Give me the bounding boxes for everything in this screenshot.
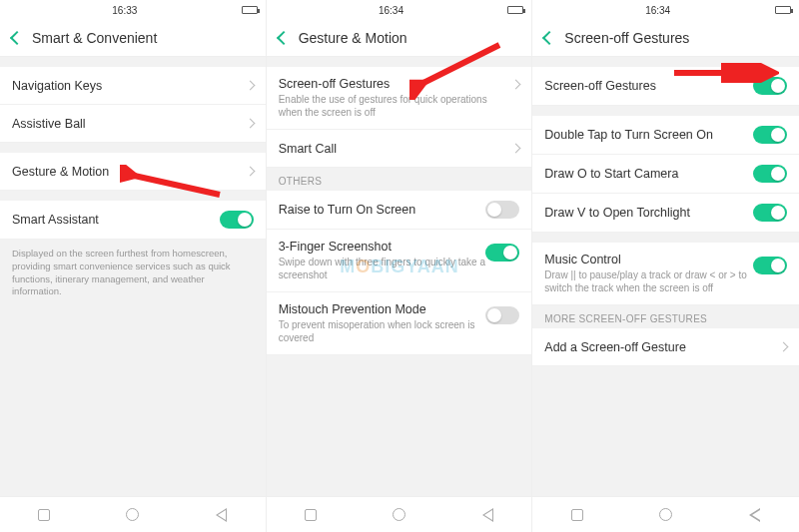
row-label: Navigation Keys [12, 79, 241, 93]
nav-back-icon[interactable] [213, 507, 229, 523]
row-label: Screen-off Gestures [544, 79, 753, 93]
row-label: Double Tap to Turn Screen On [544, 128, 753, 142]
row-sublabel: Enable the use of gestures for quick ope… [279, 94, 507, 119]
page-title: Gesture & Motion [299, 30, 407, 46]
page-title: Smart & Convenient [32, 30, 157, 46]
row-add-gesture[interactable]: Add a Screen-off Gesture [532, 328, 799, 366]
battery-icon [242, 6, 258, 14]
nav-home-icon[interactable] [391, 507, 406, 523]
status-time: 16:33 [112, 5, 137, 16]
header: Gesture & Motion [267, 20, 532, 57]
navbar [0, 496, 266, 532]
back-icon[interactable] [542, 31, 556, 45]
row-3-finger-screenshot[interactable]: 3-Finger Screenshot Swipe down with thre… [267, 230, 532, 292]
status-bar: 16:34 [267, 0, 532, 20]
toggle-draw-o[interactable] [753, 165, 787, 183]
nav-home-icon[interactable] [658, 507, 674, 523]
row-assistive-ball[interactable]: Assistive Ball [0, 105, 266, 143]
row-label: Smart Assistant [12, 213, 220, 227]
row-smart-assistant[interactable]: Smart Assistant [0, 201, 266, 240]
row-main-toggle[interactable]: Screen-off Gestures [532, 67, 799, 106]
screen-smart-convenient: 16:33 Smart & Convenient Navigation Keys… [0, 0, 267, 532]
navbar [532, 496, 799, 532]
toggle-3finger[interactable] [485, 244, 519, 262]
row-sublabel: Swipe down with three fingers to quickly… [279, 257, 486, 281]
row-label: Draw O to Start Camera [544, 167, 753, 181]
back-icon[interactable] [10, 31, 24, 45]
section-header-others: OTHERS [267, 168, 532, 191]
row-music-control[interactable]: Music Control Draw || to pause/play a tr… [532, 243, 799, 305]
row-double-tap[interactable]: Double Tap to Turn Screen On [532, 116, 799, 155]
chevron-right-icon [511, 80, 521, 90]
header: Smart & Convenient [0, 20, 266, 57]
row-label: Music Control [544, 253, 753, 266]
row-sublabel: Draw || to pause/play a track or draw < … [544, 269, 753, 294]
toggle-draw-v[interactable] [753, 204, 787, 222]
screen-offgestures: 16:34 Screen-off Gestures Screen-off Ges… [532, 0, 799, 532]
chevron-right-icon [245, 167, 255, 177]
toggle-raise[interactable] [485, 201, 519, 219]
navbar [267, 496, 532, 532]
toggle-main[interactable] [753, 77, 787, 95]
nav-back-icon[interactable] [479, 507, 495, 523]
row-label: Gesture & Motion [12, 165, 241, 179]
row-label: Smart Call [279, 142, 507, 156]
nav-recent-icon[interactable] [303, 507, 319, 523]
row-draw-v[interactable]: Draw V to Open Torchlight [532, 194, 799, 233]
header: Screen-off Gestures [532, 20, 799, 57]
screen-gesture-motion: 16:34 Gesture & Motion Screen-off Gestur… [267, 0, 533, 532]
row-label: Screen-off Gestures [279, 77, 507, 91]
chevron-right-icon [779, 342, 789, 352]
battery-icon [775, 6, 791, 14]
nav-back-icon[interactable] [747, 507, 763, 523]
row-smart-call[interactable]: Smart Call [267, 130, 532, 168]
toggle-doubletap[interactable] [753, 126, 787, 144]
status-bar: 16:33 [0, 0, 266, 20]
chevron-right-icon [245, 81, 255, 91]
back-icon[interactable] [277, 31, 291, 45]
row-navigation-keys[interactable]: Navigation Keys [0, 67, 266, 105]
chevron-right-icon [511, 144, 521, 154]
row-label: Mistouch Prevention Mode [279, 302, 486, 316]
toggle-mistouch[interactable] [485, 306, 519, 324]
row-mistouch-prevention[interactable]: Mistouch Prevention Mode To prevent miso… [267, 292, 532, 355]
toggle-music[interactable] [753, 257, 787, 274]
row-gesture-motion[interactable]: Gesture & Motion [0, 153, 266, 191]
status-time: 16:34 [379, 5, 403, 16]
row-label: Assistive Ball [12, 117, 241, 131]
status-bar: 16:34 [532, 0, 799, 20]
status-time: 16:34 [645, 5, 670, 16]
smart-assistant-desc: Displayed on the screen furthest from ho… [0, 240, 266, 306]
row-sublabel: To prevent misoperation when lock screen… [279, 319, 486, 344]
nav-recent-icon[interactable] [569, 507, 585, 523]
row-raise-screen[interactable]: Raise to Turn On Screen [267, 191, 532, 230]
toggle-smart-assistant[interactable] [220, 211, 254, 229]
nav-home-icon[interactable] [125, 507, 141, 523]
section-header-more: MORE SCREEN-OFF GESTURES [532, 305, 799, 328]
row-label: Raise to Turn On Screen [279, 203, 486, 217]
page-title: Screen-off Gestures [564, 30, 689, 46]
row-screen-off-gestures[interactable]: Screen-off Gestures Enable the use of ge… [267, 67, 532, 130]
row-label: 3-Finger Screenshot [279, 240, 486, 254]
row-draw-o[interactable]: Draw O to Start Camera [532, 155, 799, 194]
chevron-right-icon [245, 119, 255, 129]
row-label: Draw V to Open Torchlight [544, 206, 753, 220]
battery-icon [507, 6, 523, 14]
row-label: Add a Screen-off Gesture [544, 340, 774, 354]
nav-recent-icon[interactable] [36, 507, 52, 523]
